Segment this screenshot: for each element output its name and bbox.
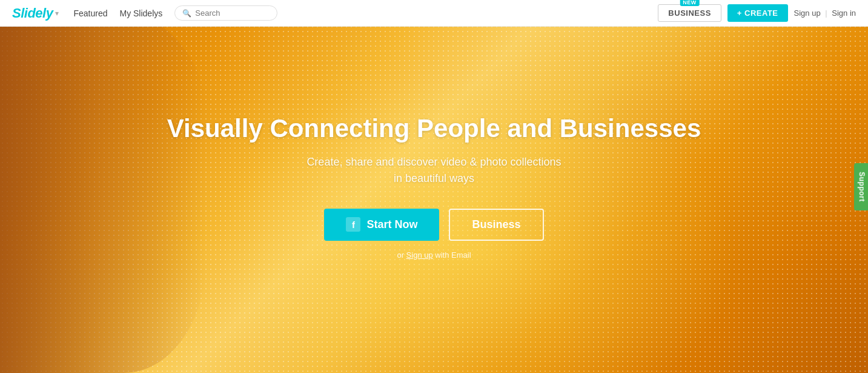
business-button-nav-label: BUSINESS [668, 8, 711, 18]
nav-my-slidelys[interactable]: My Slidelys [119, 8, 162, 18]
hero-title: Visually Connecting People and Businesse… [167, 113, 701, 144]
auth-links: Sign up | Sign in [794, 8, 856, 18]
sign-up-link-nav[interactable]: Sign up [794, 8, 821, 18]
logo-dropdown-icon[interactable]: ▾ [55, 9, 59, 18]
auth-separator: | [825, 8, 827, 18]
search-box[interactable]: 🔍 [174, 5, 277, 21]
nav-right: NEW BUSINESS + CREATE Sign up | Sign in [658, 4, 856, 22]
facebook-icon: f [346, 217, 360, 232]
create-button[interactable]: + CREATE [727, 4, 788, 22]
hero-buttons: f Start Now Business [167, 209, 701, 241]
search-icon: 🔍 [182, 9, 191, 18]
business-hero-button[interactable]: Business [449, 209, 543, 241]
nav-featured[interactable]: Featured [73, 8, 107, 18]
or-text: or [397, 250, 404, 260]
business-button-nav[interactable]: NEW BUSINESS [658, 4, 721, 22]
hero-or-signup: or Sign up with Email [167, 250, 701, 260]
hero-subtitle-line2: in beautiful ways [394, 172, 474, 184]
hero-content: Visually Connecting People and Businesse… [155, 101, 714, 271]
with-email-text: with Email [435, 250, 471, 260]
start-now-label: Start Now [366, 218, 417, 231]
support-tab[interactable]: Support [853, 163, 868, 210]
start-now-button[interactable]: f Start Now [324, 209, 439, 241]
sign-in-link-nav[interactable]: Sign in [832, 8, 856, 18]
navbar: Slidely ▾ Featured My Slidelys 🔍 NEW BUS… [0, 0, 868, 27]
search-input[interactable] [195, 8, 270, 18]
logo-text: Slidely [12, 5, 53, 21]
new-badge: NEW [680, 0, 700, 6]
hero-subtitle: Create, share and discover video & photo… [167, 154, 701, 187]
logo-area[interactable]: Slidely ▾ [12, 5, 59, 21]
hero-subtitle-line1: Create, share and discover video & photo… [306, 156, 561, 168]
sign-up-link-hero[interactable]: Sign up [406, 250, 433, 260]
hero-section: Visually Connecting People and Businesse… [0, 0, 868, 373]
